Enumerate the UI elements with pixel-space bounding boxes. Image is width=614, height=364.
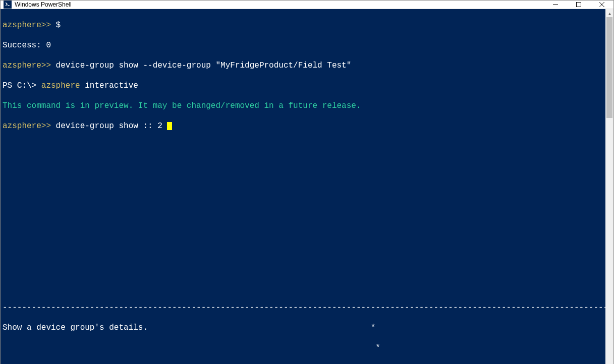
powershell-window: Windows PowerShell azsphere>> $ Success:… <box>0 0 614 364</box>
scroll-track[interactable] <box>605 17 613 364</box>
preview-warning: This command is in preview. It may be ch… <box>3 101 603 111</box>
divider: ----------------------------------------… <box>3 302 603 313</box>
minimize-button[interactable] <box>544 1 567 9</box>
terminal-output[interactable]: azsphere>> $ Success: 0 azsphere>> devic… <box>1 9 605 364</box>
star-marker: * <box>375 343 380 352</box>
window-controls <box>544 1 613 9</box>
ps-prompt: PS C:\> <box>3 81 41 90</box>
cmd-text: device-group show :: 2 <box>51 122 167 131</box>
cursor <box>167 122 172 130</box>
powershell-icon <box>4 1 12 9</box>
window-title: Windows PowerShell <box>15 1 544 8</box>
svg-rect-1 <box>577 3 581 7</box>
scroll-thumb[interactable] <box>606 17 612 118</box>
cmd-part: interactive <box>80 81 138 90</box>
cmd-text: $ <box>51 21 61 30</box>
help-desc: Show a device group's details. <box>3 323 148 332</box>
prompt: azsphere>> <box>3 21 51 30</box>
prompt: azsphere>> <box>3 61 51 70</box>
vertical-scrollbar[interactable]: ▴ ▾ <box>605 9 613 364</box>
star-marker: * <box>371 323 376 332</box>
scroll-up-arrow[interactable]: ▴ <box>605 9 613 17</box>
prompt: azsphere>> <box>3 122 51 131</box>
titlebar[interactable]: Windows PowerShell <box>1 1 613 9</box>
maximize-button[interactable] <box>567 1 590 9</box>
close-button[interactable] <box>590 1 613 9</box>
cmd-text: device-group show --device-group "MyFrid… <box>51 61 351 70</box>
output-line: Success: 0 <box>3 40 603 50</box>
cmd-part: azsphere <box>41 81 80 90</box>
